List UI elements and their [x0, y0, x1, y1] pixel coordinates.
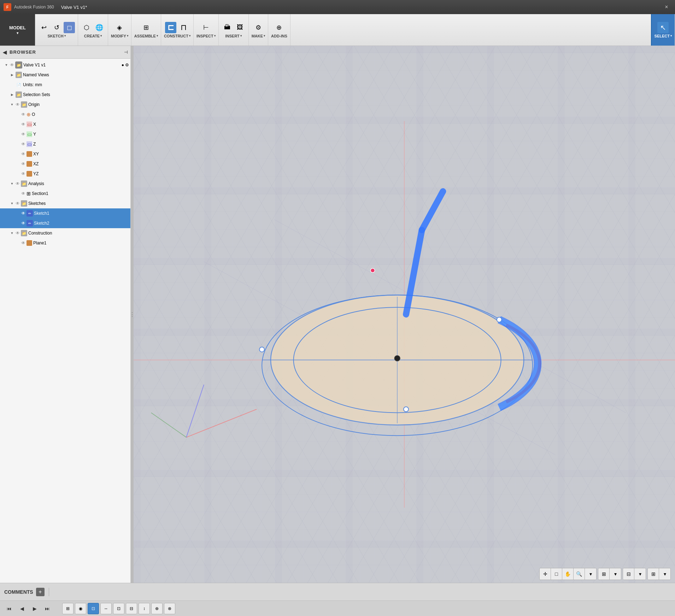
sketch-icon[interactable]: ◻ — [64, 22, 75, 33]
visibility-sketch1[interactable]: 👁 — [21, 211, 25, 216]
tree-item-sketch1[interactable]: 👁 ✏ Sketch1 — [0, 208, 130, 218]
play-next-button[interactable]: ▶ — [30, 604, 40, 614]
expand-analysis[interactable]: ▼ — [10, 181, 14, 186]
modify-icon[interactable]: ◈ — [114, 22, 125, 33]
display-dropdown-icon[interactable]: ▾ — [610, 568, 621, 580]
tree-item-plane1[interactable]: 👁 Plane1 — [0, 238, 130, 248]
visibility-XY[interactable]: 👁 — [21, 152, 25, 156]
play-prev-button[interactable]: ◀ — [17, 604, 27, 614]
visibility-sketches[interactable]: 👁 — [16, 201, 20, 206]
tree-item-YZ[interactable]: 👁 YZ — [0, 169, 130, 179]
tree-item-XY[interactable]: 👁 XY — [0, 149, 130, 159]
visibility-root[interactable]: 👁 — [10, 63, 14, 67]
zoom-dropdown-icon[interactable]: ▾ — [585, 568, 596, 580]
expand-named-views[interactable]: ▶ — [10, 72, 14, 77]
inspect-icon[interactable]: ⊢ — [200, 22, 212, 33]
visibility-construction[interactable]: 👁 — [16, 231, 20, 236]
grid-dropdown-icon[interactable]: ▾ — [634, 568, 646, 580]
tree-item-O[interactable]: 👁 ⊕ O — [0, 109, 130, 119]
visibility-section1[interactable]: 👁 — [21, 191, 25, 196]
expand-root[interactable]: ▼ — [4, 63, 9, 67]
tree-item-analysis[interactable]: ▼ 👁 📁 Analysis — [0, 179, 130, 189]
orbit-icon[interactable]: ✛ — [540, 568, 551, 580]
expand-origin[interactable]: ▼ — [10, 102, 14, 107]
assemble-icon[interactable]: ⊞ — [140, 22, 152, 33]
create-icon-1[interactable]: ⬡ — [81, 22, 92, 33]
insert-label[interactable]: INSERT▾ — [225, 34, 241, 38]
tree-item-root[interactable]: ▼ 👁 📁 Valve V1 v1 ● ⚙ — [0, 60, 130, 70]
zoom-icon[interactable]: 🔍 — [574, 568, 585, 580]
tree-item-section1[interactable]: 👁 ⊞ Section1 — [0, 189, 130, 199]
addins-label[interactable]: ADD-INS — [271, 34, 287, 38]
close-button[interactable]: × — [662, 2, 671, 12]
make-label[interactable]: MAKE▾ — [252, 34, 265, 38]
visibility-plane1[interactable]: 👁 — [21, 241, 25, 245]
make-icon[interactable]: ⚙ — [253, 22, 264, 33]
tree-item-construction[interactable]: ▼ 👁 📁 Construction — [0, 228, 130, 238]
playbar-tool-7[interactable]: ↕ — [139, 603, 150, 614]
model-menu-button[interactable]: MODEL ▾ — [0, 14, 35, 46]
playbar-tool-5[interactable]: ⊡ — [113, 603, 124, 614]
play-first-button[interactable]: ⏮ — [4, 604, 14, 614]
expand-construction[interactable]: ▼ — [10, 231, 14, 236]
add-comment-button[interactable]: + — [36, 588, 45, 596]
insert-icon-2[interactable]: 🖼 — [234, 22, 246, 33]
tree-item-XZ[interactable]: 👁 XZ — [0, 159, 130, 169]
insert-icon-1[interactable]: 🏔 — [222, 22, 233, 33]
visibility-sketch2[interactable]: 👁 — [21, 221, 25, 226]
tree-item-X[interactable]: 👁 ▭ X — [0, 119, 130, 129]
pan-icon[interactable]: □ — [551, 568, 562, 580]
playbar-tool-3[interactable]: ⊡ — [88, 603, 99, 614]
playbar-tool-1[interactable]: ⊞ — [62, 603, 74, 614]
grid-icon[interactable]: ⊟ — [623, 568, 634, 580]
select-icon[interactable]: ↖ — [657, 22, 669, 33]
visibility-O[interactable]: 👁 — [21, 112, 25, 117]
visibility-XZ[interactable]: 👁 — [21, 161, 25, 166]
construct-label[interactable]: CONSTRUCT▾ — [164, 34, 190, 38]
expand-selection-sets[interactable]: ▶ — [10, 92, 14, 97]
visibility-badge[interactable]: ● — [122, 63, 124, 67]
assemble-label[interactable]: ASSEMBLE▾ — [134, 34, 158, 38]
tree-item-sketches[interactable]: ▼ 👁 📁 Sketches — [0, 199, 130, 208]
viewport[interactable]: ✛ □ ✋ 🔍 ▾ ⊞ ▾ ⊟ ▾ ⊞ ▾ — [134, 46, 675, 583]
expand-sketches[interactable]: ▼ — [10, 201, 14, 206]
select-label[interactable]: SELECT▾ — [655, 34, 672, 38]
viewport-dropdown-icon[interactable]: ▾ — [659, 568, 670, 580]
modify-label[interactable]: MODIFY▾ — [111, 34, 128, 38]
playbar-tool-6[interactable]: ⊟ — [126, 603, 137, 614]
create-label[interactable]: CREATE▾ — [84, 34, 102, 38]
tree-item-named-views[interactable]: ▶ 📁 Named Views — [0, 70, 130, 80]
construct-icon-1[interactable]: ⊏ — [165, 22, 176, 33]
visibility-analysis[interactable]: 👁 — [16, 181, 20, 186]
addins-icon[interactable]: ⊕ — [274, 22, 285, 33]
playbar-tool-8[interactable]: ⊕ — [151, 603, 163, 614]
gear-icon[interactable]: ⚙ — [125, 63, 129, 67]
play-last-button[interactable]: ⏭ — [42, 604, 52, 614]
inspect-label[interactable]: INSPECT▾ — [196, 34, 216, 38]
tree-item-Z[interactable]: 👁 ▭ Z — [0, 139, 130, 149]
panel-resize-handle[interactable] — [131, 46, 134, 583]
visibility-X[interactable]: 👁 — [21, 122, 25, 127]
display-mode-icon[interactable]: ⊞ — [598, 568, 610, 580]
playbar-tool-9[interactable]: ⊗ — [164, 603, 175, 614]
undo-icon[interactable]: ↩ — [38, 22, 49, 33]
viewcube-icon[interactable]: ⊞ — [648, 568, 659, 580]
create-icon-2[interactable]: 🌐 — [94, 22, 105, 33]
visibility-Z[interactable]: 👁 — [21, 142, 25, 147]
tree-item-units[interactable]: 📄 Units: mm — [0, 80, 130, 90]
visibility-origin[interactable]: 👁 — [16, 102, 20, 107]
playbar-tool-4[interactable]: ↔ — [100, 603, 112, 614]
browser-pin-icon[interactable]: ⊣ — [124, 50, 128, 55]
tree-item-Y[interactable]: 👁 ▭ Y — [0, 129, 130, 139]
redo-icon[interactable]: ↺ — [51, 22, 62, 33]
visibility-Y[interactable]: 👁 — [21, 132, 25, 137]
tree-item-selection-sets[interactable]: ▶ 📁 Selection Sets — [0, 90, 130, 100]
viewport-canvas[interactable]: ✛ □ ✋ 🔍 ▾ ⊞ ▾ ⊟ ▾ ⊞ ▾ — [134, 46, 675, 583]
visibility-YZ[interactable]: 👁 — [21, 171, 25, 176]
tree-item-origin[interactable]: ▼ 👁 📁 Origin — [0, 100, 130, 109]
tree-item-sketch2[interactable]: 👁 ✏ Sketch2 — [0, 218, 130, 228]
browser-collapse-icon[interactable]: ◀ — [3, 49, 7, 55]
construct-icon-2[interactable]: ⊓ — [178, 22, 189, 33]
hand-icon[interactable]: ✋ — [562, 568, 574, 580]
playbar-tool-2[interactable]: ◉ — [75, 603, 86, 614]
